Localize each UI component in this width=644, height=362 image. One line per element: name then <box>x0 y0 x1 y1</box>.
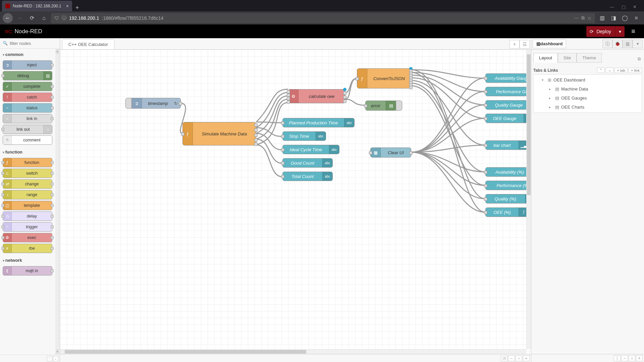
palette-scrollbar[interactable]: ▴▾ <box>56 49 59 354</box>
bookmark-icon[interactable]: ☆ <box>587 15 592 21</box>
palette-node-exec[interactable]: ⚙exec <box>3 233 52 242</box>
node-timestamp[interactable]: ➲ timestamp ↻ <box>125 98 181 109</box>
expand-all-button[interactable]: ⌃ <box>597 67 605 73</box>
palette-node-comment[interactable]: ✎comment <box>3 135 52 145</box>
palette-node-catch[interactable]: !catch <box>3 93 52 102</box>
deploy-dropdown[interactable]: ▾ <box>615 26 625 37</box>
open-dashboard-icon[interactable]: ⧉ <box>636 55 642 63</box>
node-calc[interactable]: ⚙ calculate oee <box>288 89 345 103</box>
flow-canvas[interactable]: ➲ timestamp ↻ ƒ Simulate Machine Data ⚙ <box>60 50 531 354</box>
sidebar-tab-dash[interactable]: ▥ <box>623 40 633 48</box>
sidebar-grow-button[interactable]: + <box>636 355 643 361</box>
palette-node-template[interactable]: ◫template <box>3 201 52 210</box>
node-chart-qual[interactable]: Quality (%)⤴ <box>485 194 531 203</box>
palette-node-switch[interactable]: ⎌switch <box>3 169 52 178</box>
tree-group-charts[interactable]: ▸▤OEE Charts <box>534 103 642 112</box>
palette-node-link-in[interactable]: ○link in <box>3 114 52 123</box>
node-gauge-oee[interactable]: OEE Gauge◠ <box>485 114 531 123</box>
sidebar-tab-debug[interactable]: 🐞 <box>612 40 623 48</box>
palette-cat-network[interactable]: network <box>0 254 55 265</box>
palette-node-range[interactable]: ⫞range <box>3 190 52 199</box>
collapse-all-button[interactable]: ⌄ <box>606 67 613 73</box>
palette-node-function[interactable]: ƒfunction <box>3 158 52 167</box>
node-chart-oee[interactable]: OEE (%)⤴ <box>485 207 529 217</box>
account-icon[interactable]: ◯ <box>620 13 630 23</box>
browser-tab[interactable]: Node-RED : 192.168.200.1 × <box>2 1 72 11</box>
pocket-icon[interactable]: ⧉ <box>581 15 585 21</box>
palette-collapse-button[interactable]: ⌃ <box>47 356 52 361</box>
close-tab-icon[interactable]: × <box>66 3 69 9</box>
node-text-stop[interactable]: Stop Timeabc <box>282 131 326 141</box>
window-min-icon[interactable]: — <box>610 4 614 9</box>
palette-node-delay[interactable]: ◷delay <box>3 212 52 221</box>
zoom-out-button[interactable]: − <box>508 355 515 361</box>
canvas-vscrollbar[interactable] <box>526 50 531 349</box>
flow-tab[interactable]: C++ OEE Calculator <box>62 39 114 49</box>
sidebar-icon[interactable]: ◨ <box>608 13 619 23</box>
palette-filter-input[interactable] <box>10 41 57 46</box>
reload-button[interactable]: ⟳ <box>27 13 37 23</box>
add-link-button[interactable]: + link <box>629 68 642 73</box>
main-menu-button[interactable]: ≡ <box>627 27 639 35</box>
node-text-good[interactable]: Good Countabc <box>282 158 333 168</box>
new-tab-button[interactable]: + <box>72 4 83 11</box>
node-gauge-perf[interactable]: Performance Gauge◠ <box>485 87 531 96</box>
add-flow-button[interactable]: ＋ <box>509 40 520 49</box>
canvas-nav-button[interactable]: ◳ <box>501 355 507 361</box>
sidebar-shrink-button[interactable]: − <box>621 355 628 361</box>
zoom-reset-button[interactable]: ○ <box>516 355 522 361</box>
palette-cat-function[interactable]: function <box>0 146 55 157</box>
inject-button[interactable] <box>126 98 132 108</box>
node-chart-perf[interactable]: Performance (%)⤴ <box>485 181 531 190</box>
palette-node-rbe[interactable]: ≠rbe <box>3 244 52 253</box>
node-simulate[interactable]: ƒ Simulate Machine Data <box>182 122 256 145</box>
window-max-icon[interactable]: ▢ <box>622 4 626 9</box>
palette-cat-common[interactable]: common <box>0 49 55 59</box>
palette-node-status[interactable]: ~status <box>3 103 52 113</box>
sidebar-tab-dashboard[interactable]: ▥ dashboard <box>533 40 566 48</box>
node-chart-bar[interactable]: bar chart▁▃ <box>485 140 529 150</box>
debug-toggle[interactable] <box>396 101 402 110</box>
palette-node-inject[interactable]: ➲inject <box>3 60 52 70</box>
tree-group-machine[interactable]: ▸▤Machine Data <box>534 84 642 94</box>
node-text-total[interactable]: Total Countabc <box>282 172 333 181</box>
window-close-icon[interactable]: ✕ <box>633 4 637 9</box>
node-error[interactable]: error ▤ <box>365 101 402 111</box>
node-text-ict[interactable]: Ideal Cycle Timeabc <box>282 145 339 154</box>
node-gauge-qual[interactable]: Quality Gauge◠ <box>485 100 531 110</box>
node-chart-avail[interactable]: Availability (%)⤴ <box>485 167 531 177</box>
dash-subtab-theme[interactable]: Theme <box>577 53 601 63</box>
node-clear[interactable]: ▦ Clear UI <box>370 147 411 158</box>
node-convert[interactable]: ƒ ConvertToJSON <box>357 68 411 88</box>
sidebar-tab-info[interactable]: ⓘ <box>602 40 612 48</box>
palette-node-change[interactable]: ⇄change <box>3 179 52 189</box>
canvas-hscrollbar[interactable] <box>60 349 526 354</box>
library-icon[interactable]: ▥ <box>597 13 607 23</box>
palette-node-debug[interactable]: debug▤ <box>3 71 52 80</box>
palette-node-mqtt-in[interactable]: ⟪mqtt in <box>3 266 52 276</box>
list-flows-button[interactable]: ☰ <box>520 40 530 49</box>
url-bar[interactable]: 🛡 ⓘ 192.168.200.1:1880/#flow/7f855216.7d… <box>51 13 595 23</box>
app-menu-icon[interactable]: ≡ <box>631 13 641 23</box>
nav-back-button[interactable]: ← <box>3 13 13 23</box>
home-button[interactable]: ⌂ <box>39 13 49 23</box>
node-text-ppt[interactable]: Planned Production Timeabc <box>282 118 355 127</box>
sidebar-collapse-button[interactable]: ｜ <box>614 355 621 361</box>
add-tab-button[interactable]: + tab <box>614 68 628 73</box>
meatball-icon[interactable]: ⋯ <box>574 15 579 21</box>
tree-tab-oee[interactable]: ▾⊞OEE Dashboard <box>534 75 642 84</box>
tree-group-gauges[interactable]: ▸▤OEE Gauges <box>534 94 642 103</box>
palette-node-complete[interactable]: ✓complete <box>3 82 52 91</box>
zoom-in-button[interactable]: + <box>523 355 530 361</box>
node-gauge-avail[interactable]: Availability Gauge◠ <box>485 73 531 83</box>
nav-fwd-button[interactable]: → <box>15 13 25 23</box>
sidebar-reset-button[interactable]: ○ <box>629 355 635 361</box>
sidebar-tab-menu[interactable]: ▾ <box>633 40 643 48</box>
palette-node-link-out[interactable]: link out○ <box>3 125 52 134</box>
url-host: 192.168.200.1 <box>69 15 99 21</box>
palette-expand-button[interactable]: ⌄ <box>53 356 58 361</box>
deploy-button[interactable]: ⟳Deploy ▾ <box>586 26 625 37</box>
dash-subtab-site[interactable]: Site <box>558 53 577 63</box>
palette-node-trigger[interactable]: ⎍trigger <box>3 222 52 232</box>
dash-subtab-layout[interactable]: Layout <box>533 53 558 63</box>
